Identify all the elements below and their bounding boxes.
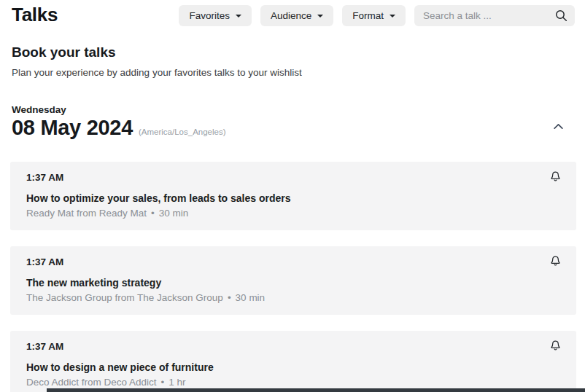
format-filter-label: Format — [352, 10, 384, 21]
chevron-down-icon — [317, 15, 323, 17]
filter-controls: Favorites Audience Format — [179, 5, 575, 26]
day-header: Wednesday 08 May 2024 (America/Los_Angel… — [0, 78, 585, 138]
talk-time: 1:37 AM — [26, 341, 535, 352]
talk-duration: 1 hr — [168, 377, 185, 388]
talk-meta: The Jackson Group from The Jackson Group… — [26, 292, 535, 303]
talk-time: 1:37 AM — [26, 256, 535, 267]
talk-card[interactable]: 1:37 AM How to design a new piece of fur… — [10, 331, 576, 392]
page-title: Talks — [12, 4, 58, 26]
favorites-filter-label: Favorites — [189, 10, 230, 21]
meta-separator: • — [228, 292, 231, 303]
topbar: Talks Favorites Audience Format — [0, 0, 585, 26]
audience-filter-label: Audience — [271, 10, 311, 21]
chevron-down-icon — [390, 15, 395, 17]
search-input[interactable] — [414, 5, 575, 26]
bell-icon[interactable] — [549, 255, 562, 268]
talk-title: The new marketing strategy — [26, 277, 535, 289]
talk-speaker: Ready Mat from Ready Mat — [26, 208, 147, 219]
talk-title: How to design a new piece of furniture — [26, 361, 535, 373]
search-box — [414, 5, 575, 26]
day-info: Wednesday 08 May 2024 (America/Los_Angel… — [12, 104, 226, 138]
talks-page: Talks Favorites Audience Format — [0, 0, 585, 392]
format-filter-button[interactable]: Format — [342, 5, 406, 26]
day-timezone: (America/Los_Angeles) — [139, 128, 226, 136]
talk-speaker: The Jackson Group from The Jackson Group — [26, 292, 223, 303]
talk-meta: Deco Addict from Deco Addict•1 hr — [26, 377, 535, 388]
favorites-filter-button[interactable]: Favorites — [179, 5, 252, 26]
audience-filter-button[interactable]: Audience — [260, 5, 333, 26]
search-icon[interactable] — [555, 9, 567, 22]
day-date-line: 08 May 2024 (America/Los_Angeles) — [12, 117, 226, 138]
talk-time: 1:37 AM — [26, 172, 535, 183]
talk-duration: 30 min — [159, 208, 189, 219]
footer-top-edge — [47, 388, 585, 392]
day-date: 08 May 2024 — [12, 117, 133, 138]
talk-card[interactable]: 1:37 AM How to optimize your sales, from… — [10, 162, 576, 230]
intro-section: Book your talks Plan your experience by … — [0, 26, 585, 78]
bell-icon[interactable] — [549, 170, 562, 184]
talk-card[interactable]: 1:37 AM The new marketing strategy The J… — [10, 246, 576, 315]
talk-duration: 30 min — [236, 292, 266, 303]
talk-title: How to optimize your sales, from leads t… — [26, 192, 535, 204]
talk-speaker: Deco Addict from Deco Addict — [26, 377, 157, 388]
bell-icon[interactable] — [549, 340, 562, 353]
chevron-up-icon[interactable] — [552, 120, 565, 133]
meta-separator: • — [151, 208, 155, 219]
intro-subtitle: Plan your experience by adding your favo… — [12, 67, 573, 78]
meta-separator: • — [161, 377, 165, 388]
chevron-down-icon — [236, 15, 241, 17]
talk-meta: Ready Mat from Ready Mat•30 min — [26, 208, 535, 219]
day-weekday: Wednesday — [12, 104, 226, 115]
talks-list: 1:37 AM How to optimize your sales, from… — [0, 138, 585, 392]
intro-heading: Book your talks — [12, 44, 573, 60]
